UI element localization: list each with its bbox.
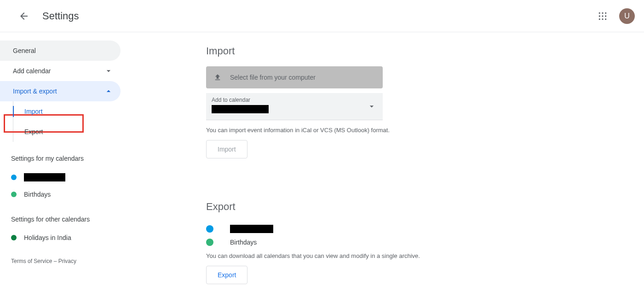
- sidebar-item-general[interactable]: General: [0, 41, 121, 61]
- footer-links: Terms of Service – Privacy: [0, 246, 121, 264]
- sidebar-sublist: Import Export: [13, 101, 121, 142]
- button-label: Import: [218, 146, 236, 153]
- header: Settings U: [0, 0, 644, 32]
- sidebar: General Add calendar Import & export Imp…: [0, 32, 121, 298]
- import-helper-text: You can import event information in iCal…: [206, 127, 644, 134]
- arrow-left-icon: [18, 11, 29, 22]
- export-title: Export: [206, 201, 644, 213]
- export-button[interactable]: Export: [206, 266, 247, 284]
- export-helper-text: You can download all calendars that you …: [206, 252, 644, 259]
- chevron-down-icon: [104, 66, 113, 76]
- sidebar-calendar-item[interactable]: Holidays in India: [0, 229, 121, 246]
- calendar-color-dot: [11, 175, 17, 180]
- svg-point-6: [599, 18, 600, 20]
- sidebar-subitem-export[interactable]: Export: [13, 122, 121, 142]
- import-section: Import Select file from your computer Ad…: [206, 45, 644, 158]
- export-calendar-row: Birthdays: [206, 236, 644, 249]
- select-value-redacted: [212, 105, 269, 113]
- header-left: Settings: [15, 7, 79, 25]
- svg-point-4: [602, 15, 603, 17]
- main: Import Select file from your computer Ad…: [121, 32, 644, 298]
- upload-icon: [213, 73, 222, 82]
- page-title: Settings: [42, 10, 79, 22]
- tos-link[interactable]: Terms of Service: [11, 258, 52, 264]
- calendar-color-dot: [206, 225, 213, 233]
- calendar-color-dot: [11, 192, 17, 197]
- sidebar-item-label: Add calendar: [13, 67, 51, 75]
- calendar-color-dot: [206, 239, 213, 246]
- sidebar-heading-other-calendars: Settings for other calendars: [0, 203, 121, 229]
- sidebar-item-import-export[interactable]: Import & export: [0, 81, 121, 101]
- header-right: U: [593, 7, 635, 25]
- sidebar-calendar-item[interactable]: [0, 169, 121, 186]
- select-label: Add to calendar: [212, 97, 377, 103]
- svg-point-3: [599, 15, 600, 17]
- svg-point-7: [602, 18, 603, 20]
- chevron-up-icon: [104, 87, 113, 96]
- calendar-label: Birthdays: [230, 239, 257, 246]
- export-section: Export Birthdays You can download all ca…: [206, 201, 644, 284]
- svg-point-1: [602, 12, 603, 13]
- button-label: Export: [218, 271, 236, 279]
- import-title: Import: [206, 45, 644, 57]
- select-value: [212, 105, 377, 115]
- add-to-calendar-select[interactable]: Add to calendar: [206, 93, 383, 120]
- sidebar-subitem-import[interactable]: Import: [13, 101, 121, 122]
- import-button[interactable]: Import: [206, 140, 247, 158]
- svg-point-0: [599, 12, 600, 13]
- svg-point-8: [605, 18, 606, 20]
- calendar-label: Holidays in India: [24, 234, 71, 241]
- separator: –: [52, 258, 58, 264]
- sidebar-calendar-item[interactable]: Birthdays: [0, 186, 121, 203]
- sidebar-item-label: General: [13, 47, 36, 54]
- back-button[interactable]: [15, 7, 33, 25]
- export-calendar-row: [206, 222, 644, 236]
- svg-point-5: [605, 15, 606, 17]
- sidebar-item-label: Import: [24, 108, 43, 115]
- content: General Add calendar Import & export Imp…: [0, 32, 644, 298]
- privacy-link[interactable]: Privacy: [58, 258, 76, 264]
- svg-point-2: [605, 12, 606, 13]
- dropdown-arrow-icon: [367, 102, 376, 111]
- apps-button[interactable]: [593, 7, 612, 25]
- calendar-label: Birthdays: [24, 191, 51, 198]
- select-file-label: Select file from your computer: [230, 74, 316, 81]
- calendar-label-redacted: [230, 225, 273, 233]
- select-file-button[interactable]: Select file from your computer: [206, 66, 383, 88]
- calendar-label-redacted: [24, 173, 65, 181]
- sidebar-item-label: Import & export: [13, 88, 57, 95]
- avatar[interactable]: U: [619, 8, 635, 24]
- sidebar-heading-my-calendars: Settings for my calendars: [0, 142, 121, 169]
- calendar-color-dot: [11, 235, 17, 240]
- apps-icon: [598, 12, 607, 21]
- sidebar-item-add-calendar[interactable]: Add calendar: [0, 61, 121, 81]
- sidebar-item-label: Export: [24, 128, 43, 135]
